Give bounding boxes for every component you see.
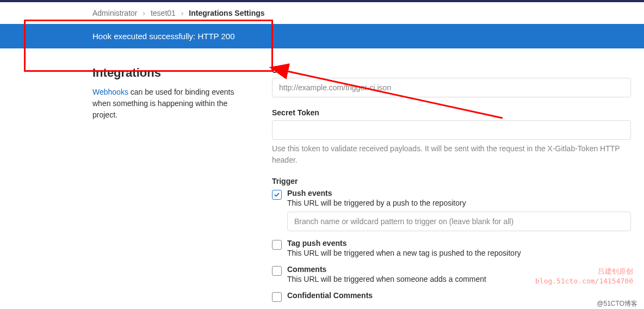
secret-token-label: Secret Token [272, 108, 631, 117]
push-events-checkbox[interactable] [272, 190, 282, 200]
url-label: URL [272, 66, 631, 75]
confidential-comments-checkbox[interactable] [272, 292, 282, 302]
chevron-right-icon: › [178, 9, 187, 17]
watermark-author: 吕建钊原创 blog.51cto.com/14154700 [535, 267, 633, 286]
push-events-title: Push events [287, 189, 631, 197]
confidential-comments-title: Confidential Comments [287, 291, 631, 300]
secret-token-input[interactable] [272, 120, 631, 140]
breadcrumb: Administrator › teset01 › Integrations S… [92, 2, 631, 24]
push-events-sub: This URL will be triggered by a push to … [287, 199, 631, 207]
tag-push-events-title: Tag push events [287, 239, 631, 248]
trigger-label: Trigger [272, 177, 631, 186]
flash-notice: Hook executed successfully: HTTP 200 [0, 24, 644, 48]
tag-push-events-sub: This URL will be triggered when a new ta… [287, 249, 631, 257]
page-title: Integrations [92, 66, 250, 80]
flash-message: Hook executed successfully: HTTP 200 [92, 32, 631, 41]
comments-checkbox[interactable] [272, 266, 282, 276]
breadcrumb-current: Integrations Settings [189, 9, 264, 17]
chevron-right-icon: › [139, 9, 148, 17]
push-events-branch-input[interactable] [287, 212, 631, 231]
webhooks-link[interactable]: Webhooks [92, 88, 128, 96]
tag-push-events-checkbox[interactable] [272, 240, 282, 250]
breadcrumb-admin[interactable]: Administrator [92, 9, 137, 17]
secret-token-help: Use this token to validate received payl… [272, 143, 631, 166]
breadcrumb-project[interactable]: teset01 [151, 9, 176, 17]
page-description: Webhooks can be used for binding events … [92, 86, 250, 121]
watermark-cto: @51CTO博客 [597, 299, 637, 308]
url-input[interactable] [272, 78, 631, 97]
